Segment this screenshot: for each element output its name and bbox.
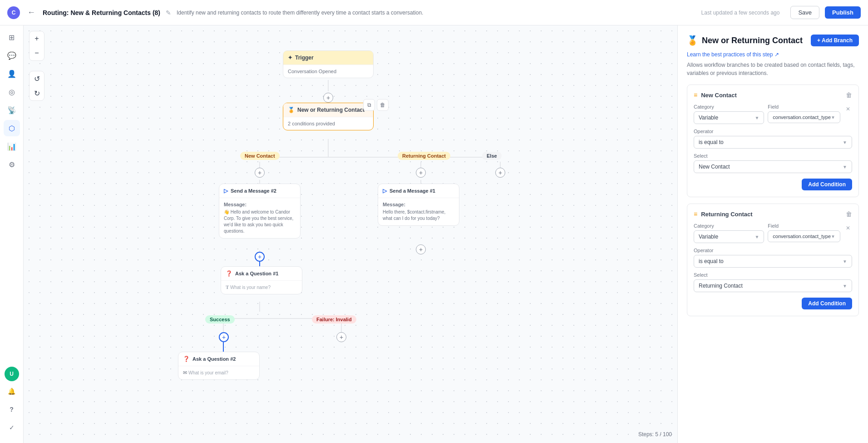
new-contact-branch-section: ≡ New Contact 🗑 Category Variable ▼ Fiel… xyxy=(687,85,859,197)
add-condition-new-contact-button[interactable]: Add Condition xyxy=(802,179,852,190)
steps-counter: Steps: 5 / 100 xyxy=(638,431,672,438)
message-returning-icon: ▷ xyxy=(383,188,387,194)
trigger-node-header: ✦ Trigger xyxy=(283,51,373,65)
topbar: C ← Routing: New & Returning Contacts (8… xyxy=(0,0,868,25)
add-step-failure[interactable]: + xyxy=(336,332,346,342)
branch-failure-label: Failure: Invalid xyxy=(312,315,356,324)
trigger-label: Trigger xyxy=(295,55,314,61)
learn-best-practices-link[interactable]: Learn the best practices of this step ↗ xyxy=(687,51,779,58)
workflow-canvas[interactable]: + − ↺ ↻ xyxy=(24,25,677,443)
message-returning-body: Message: Hello there, $contact.firstname… xyxy=(378,198,459,225)
user-avatar: U xyxy=(5,367,19,381)
last-updated: Last updated a few seconds ago xyxy=(701,10,780,16)
main-content: ⊞ 💬 👤 ◎ 📡 ⬡ 📊 ⚙ U 🔔 ? ✓ + − ↺ ↻ xyxy=(0,25,868,443)
edit-title-icon[interactable]: ✎ xyxy=(166,9,171,16)
question-node-2[interactable]: ❓ Ask a Question #2 ✉ What is your email… xyxy=(178,352,260,380)
branch-new-contact-label: New Contact xyxy=(240,152,280,160)
question-2-label: Ask a Question #2 xyxy=(192,356,236,362)
returning-contact-operator-select[interactable]: is equal to ▼ xyxy=(694,255,852,268)
question-1-placeholder: What is your name? xyxy=(230,285,271,290)
new-contact-field-select[interactable]: conversation.contact_type ▼ xyxy=(768,111,840,123)
branch-success-label: Success xyxy=(205,315,235,324)
sidebar-item-settings[interactable]: ⚙ xyxy=(4,156,20,173)
returning-contact-value-select[interactable]: Returning Contact ▼ xyxy=(694,279,852,292)
panel-title-row: 🏅 New or Returning Contact + Add Branch xyxy=(687,35,859,46)
sidebar-item-home[interactable]: ⊞ xyxy=(4,29,20,45)
trigger-node: ✦ Trigger Conversation Opened xyxy=(283,50,374,78)
delete-node-button[interactable]: 🗑 xyxy=(377,99,389,111)
add-step-success[interactable]: + xyxy=(219,332,229,342)
new-contact-field-label: Field xyxy=(768,104,840,110)
sidebar-item-chat[interactable]: 💬 xyxy=(4,47,20,64)
question-1-body: 𝐓 What is your name? xyxy=(221,281,302,294)
add-step-after-returning-msg[interactable]: + xyxy=(416,244,426,254)
message-new-text: 👋 Hello and welcome to Candor Corp. To g… xyxy=(224,209,296,234)
condition-icon: 🏅 xyxy=(288,107,295,113)
condition-label: New or Returning Contact xyxy=(297,107,365,113)
new-contact-field-remove[interactable]: ✕ xyxy=(844,104,852,124)
page-subtitle: Identify new and returning contacts to r… xyxy=(177,10,696,16)
message-new-msg-label: Message: xyxy=(224,202,296,207)
zoom-controls: + − xyxy=(29,31,44,61)
new-contact-category-select[interactable]: Variable ▼ xyxy=(694,111,764,124)
new-contact-field-group: Field conversation.contact_type ▼ xyxy=(768,104,840,124)
new-contact-cat-field-row: Category Variable ▼ Field conversation.c… xyxy=(694,104,852,124)
new-contact-select-label: Select xyxy=(694,153,852,159)
branch-else-label: Else xyxy=(482,152,502,160)
question-node-1[interactable]: ❓ Ask a Question #1 𝐓 What is your name? xyxy=(221,266,302,294)
returning-contact-branch-title: Returning Contact xyxy=(701,211,842,218)
save-button[interactable]: Save xyxy=(790,6,819,19)
notification-icon[interactable]: 🔔 xyxy=(4,383,20,399)
trigger-node-body: Conversation Opened xyxy=(283,65,373,78)
new-contact-operator-select[interactable]: is equal to ▼ xyxy=(694,136,852,149)
workflow-connections xyxy=(24,25,677,443)
returning-contact-field-remove[interactable]: ✕ xyxy=(844,223,852,243)
sidebar-item-target[interactable]: ◎ xyxy=(4,84,20,100)
page-title: Routing: New & Returning Contacts (8) xyxy=(43,9,160,16)
returning-contact-select-row: Select Returning Contact ▼ xyxy=(694,272,852,292)
condition-node-body: 2 conditions provided xyxy=(283,117,373,130)
sidebar-item-network[interactable]: ⬡ xyxy=(4,120,20,136)
message-node-new[interactable]: ▷ Send a Message #2 Message: 👋 Hello and… xyxy=(219,184,301,239)
returning-contact-field-select[interactable]: conversation.contact_type ▼ xyxy=(768,230,840,242)
redo-button[interactable]: ↻ xyxy=(30,86,44,100)
branch-returning-lines-icon: ≡ xyxy=(694,210,697,218)
returning-contact-category-group: Category Variable ▼ xyxy=(694,223,764,243)
question-1-icon-text: 𝐓 xyxy=(226,284,229,290)
new-contact-operator-row: Operator is equal to ▼ xyxy=(694,129,852,149)
sidebar-item-broadcast[interactable]: 📡 xyxy=(4,102,20,118)
returning-contact-cat-field-row: Category Variable ▼ Field conversation.c… xyxy=(694,223,852,243)
question-2-icon-text: ✉ xyxy=(183,370,187,375)
new-contact-value-select[interactable]: New Contact ▼ xyxy=(694,160,852,173)
new-contact-select-row: Select New Contact ▼ xyxy=(694,153,852,173)
add-branch-button[interactable]: + Add Branch xyxy=(811,35,859,46)
zoom-in-button[interactable]: + xyxy=(30,31,44,46)
returning-contact-operator-label: Operator xyxy=(694,248,852,253)
check-icon[interactable]: ✓ xyxy=(4,419,20,436)
new-contact-operator-label: Operator xyxy=(694,129,852,134)
sidebar-item-contacts[interactable]: 👤 xyxy=(4,65,20,82)
delete-returning-contact-branch-button[interactable]: 🗑 xyxy=(846,210,852,218)
add-step-button-1[interactable]: + xyxy=(323,93,333,103)
back-button[interactable]: ← xyxy=(25,6,37,19)
add-step-else[interactable]: + xyxy=(495,168,505,178)
publish-button[interactable]: Publish xyxy=(825,6,861,19)
message-returning-label: Send a Message #1 xyxy=(390,188,435,194)
trigger-event: Conversation Opened xyxy=(288,69,336,74)
question-2-header: ❓ Ask a Question #2 xyxy=(178,352,259,366)
copy-node-button[interactable]: ⧉ xyxy=(363,99,375,111)
help-icon[interactable]: ? xyxy=(4,401,20,418)
add-step-new-contact[interactable]: + xyxy=(255,168,265,178)
condition-node[interactable]: 🏅 New or Returning Contact 2 conditions … xyxy=(283,103,374,130)
add-condition-returning-contact-button[interactable]: Add Condition xyxy=(802,298,852,309)
message-returning-msg-label: Message: xyxy=(383,202,454,207)
zoom-out-button[interactable]: − xyxy=(30,46,44,60)
add-step-returning-contact[interactable]: + xyxy=(416,168,426,178)
delete-new-contact-branch-button[interactable]: 🗑 xyxy=(846,91,852,99)
returning-contact-category-select[interactable]: Variable ▼ xyxy=(694,230,764,243)
panel-title: New or Returning Contact xyxy=(702,36,803,45)
message-node-returning[interactable]: ▷ Send a Message #1 Message: Hello there… xyxy=(378,184,459,226)
undo-button[interactable]: ↺ xyxy=(30,71,44,86)
sidebar-item-chart[interactable]: 📊 xyxy=(4,138,20,154)
add-step-after-new-msg[interactable]: + xyxy=(255,252,265,262)
